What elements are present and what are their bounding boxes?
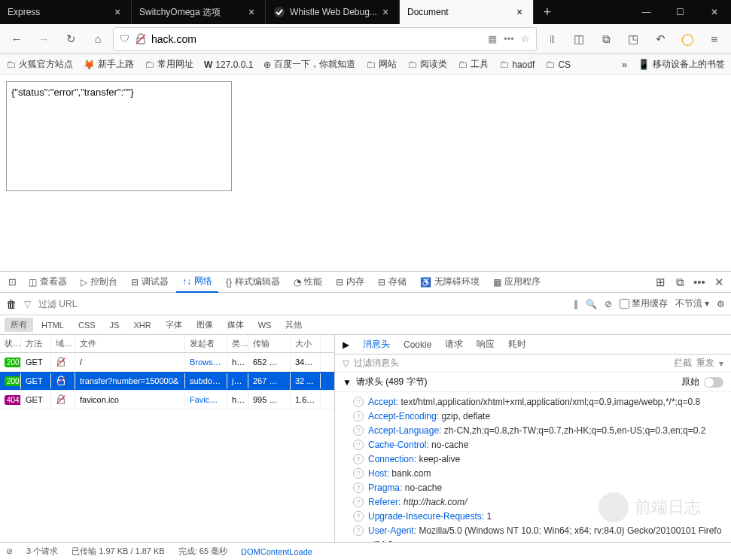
- block-button[interactable]: 拦截: [674, 357, 692, 370]
- help-icon[interactable]: ?: [353, 454, 364, 464]
- tab-inspector[interactable]: ◫查看器: [23, 272, 73, 293]
- home-button[interactable]: ⌂: [86, 27, 110, 51]
- profile-icon[interactable]: ◯: [675, 27, 699, 51]
- url-input[interactable]: [151, 33, 482, 45]
- bookmark-item[interactable]: 🗀常用网址: [145, 58, 193, 71]
- tab-application[interactable]: ▦应用程序: [487, 272, 547, 293]
- shield-icon[interactable]: 🛡: [118, 33, 130, 45]
- play-icon[interactable]: ▶: [343, 339, 349, 350]
- bookmark-item[interactable]: 🦊新手上路: [84, 58, 134, 71]
- col-initiator[interactable]: 发起者: [185, 335, 227, 352]
- tab-debugger[interactable]: ⊟调试器: [125, 272, 175, 293]
- col-file[interactable]: 文件: [75, 335, 185, 352]
- close-icon[interactable]: ×: [111, 6, 123, 18]
- tab-console[interactable]: ▷控制台: [75, 272, 123, 293]
- new-tab-button[interactable]: +: [534, 0, 561, 24]
- block-icon[interactable]: ⊘: [605, 299, 612, 309]
- bookmark-item[interactable]: 🗀阅读类: [407, 58, 447, 71]
- col-size[interactable]: 大小: [291, 335, 321, 352]
- col-method[interactable]: 方法: [21, 335, 51, 352]
- help-icon[interactable]: ?: [353, 482, 364, 493]
- dock-icon[interactable]: ⊡: [3, 270, 21, 294]
- disable-cache-checkbox[interactable]: 禁用缓存: [620, 297, 668, 310]
- filter-headers-input[interactable]: 过滤消息头: [354, 357, 399, 370]
- extension-icon[interactable]: ◳: [621, 27, 645, 51]
- col-domain[interactable]: 域名: [51, 335, 75, 352]
- close-icon[interactable]: ×: [379, 6, 391, 18]
- back-button[interactable]: ←: [5, 27, 29, 51]
- bookmark-item[interactable]: 🗀haodf: [499, 59, 535, 70]
- filter-icon[interactable]: ▽: [343, 358, 349, 369]
- help-icon[interactable]: ?: [353, 397, 364, 407]
- bookmark-item[interactable]: ⊕百度一下，你就知道: [263, 58, 355, 71]
- close-button[interactable]: ✕: [697, 0, 731, 24]
- type-all[interactable]: 所有: [5, 318, 33, 332]
- tab-performance[interactable]: ◔性能: [288, 272, 328, 293]
- bookmark-item[interactable]: 🗀火狐官方站点: [6, 58, 73, 71]
- reload-button[interactable]: ↻: [59, 27, 83, 51]
- filter-url-input[interactable]: [38, 299, 129, 309]
- col-status[interactable]: 状...: [0, 335, 21, 352]
- tab-style-editor[interactable]: {}样式编辑器: [220, 272, 286, 293]
- table-row[interactable]: 404GETfavicon.icoFavicon...h...995 字节1.6…: [0, 391, 334, 409]
- col-type[interactable]: 类型: [227, 335, 248, 352]
- screenshot-icon[interactable]: ⧉: [594, 27, 618, 51]
- type-media[interactable]: 媒体: [221, 318, 250, 332]
- help-icon[interactable]: ?: [353, 511, 364, 522]
- history-icon[interactable]: ↶: [648, 27, 672, 51]
- type-xhr[interactable]: XHR: [127, 319, 157, 331]
- search-icon[interactable]: 🔍: [586, 299, 597, 309]
- insecure-lock-icon[interactable]: [135, 33, 147, 45]
- bookmark-star-icon[interactable]: ☆: [519, 33, 531, 45]
- close-icon[interactable]: ×: [513, 6, 525, 18]
- filter-icon[interactable]: ▽: [24, 299, 31, 309]
- bookmark-item[interactable]: 🗀工具: [458, 58, 489, 71]
- table-row[interactable]: 200GET/Browse...h...652 字节341 ...: [0, 353, 334, 372]
- qr-icon[interactable]: ▦: [486, 33, 498, 45]
- bookmark-item[interactable]: 🗀网站: [366, 58, 397, 71]
- help-icon[interactable]: ?: [353, 468, 364, 479]
- type-fonts[interactable]: 字体: [160, 318, 188, 332]
- tab-headers[interactable]: 消息头: [363, 338, 390, 351]
- tab-switchyomega[interactable]: SwitchyOmega 选项 ×: [132, 0, 266, 24]
- tab-network[interactable]: ↑↓网络: [176, 272, 218, 293]
- help-icon[interactable]: ?: [353, 525, 364, 536]
- raw-toggle[interactable]: [704, 377, 723, 388]
- minimize-button[interactable]: —: [629, 0, 663, 24]
- close-devtools-icon[interactable]: ✕: [710, 270, 728, 294]
- bookmark-item[interactable]: 🗀CS: [545, 59, 571, 70]
- type-js[interactable]: JS: [104, 319, 126, 331]
- bookmark-item[interactable]: W127.0.0.1: [204, 59, 253, 70]
- tab-express[interactable]: Express ×: [0, 0, 132, 24]
- gear-icon[interactable]: ⚙: [717, 299, 725, 309]
- tab-request[interactable]: 请求: [445, 338, 463, 351]
- type-css[interactable]: CSS: [72, 319, 102, 331]
- menu-button[interactable]: ≡: [702, 27, 726, 51]
- type-ws[interactable]: WS: [252, 319, 278, 331]
- help-icon[interactable]: ?: [353, 411, 364, 422]
- bookmark-item[interactable]: 📱移动设备上的书签: [638, 58, 725, 71]
- tab-memory[interactable]: ⊟内存: [330, 272, 370, 293]
- more-icon[interactable]: •••: [690, 270, 708, 294]
- tab-accessibility[interactable]: ♿无障碍环境: [414, 272, 486, 293]
- help-icon[interactable]: ?: [353, 440, 364, 450]
- trash-icon[interactable]: 🗑: [6, 298, 17, 310]
- urlbar[interactable]: 🛡 ▦ ••• ☆: [113, 27, 537, 51]
- col-transfer[interactable]: 传输: [248, 335, 291, 352]
- page-action-icon[interactable]: •••: [503, 33, 515, 45]
- maximize-button[interactable]: ☐: [663, 0, 697, 24]
- pause-icon[interactable]: ‖: [574, 299, 578, 309]
- tab-cookies[interactable]: Cookie: [404, 339, 431, 350]
- type-other[interactable]: 其他: [279, 318, 308, 332]
- help-icon[interactable]: ?: [353, 497, 364, 507]
- responsive-icon[interactable]: ⊞: [651, 270, 669, 294]
- throttle-select[interactable]: 不节流 ▾: [675, 297, 709, 310]
- chevron-down-icon[interactable]: ▾: [719, 358, 723, 369]
- tab-timings[interactable]: 耗时: [508, 338, 526, 351]
- tab-response[interactable]: 响应: [477, 338, 495, 351]
- table-row[interactable]: 200GETtransfer?number=150000&subdoc...js…: [0, 372, 334, 391]
- type-html[interactable]: HTML: [35, 319, 70, 331]
- request-headers-section[interactable]: ▼ 请求头 (489 字节) 原始: [335, 373, 731, 392]
- tab-document[interactable]: Document ×: [400, 0, 534, 24]
- library-icon[interactable]: ⫴: [540, 27, 564, 51]
